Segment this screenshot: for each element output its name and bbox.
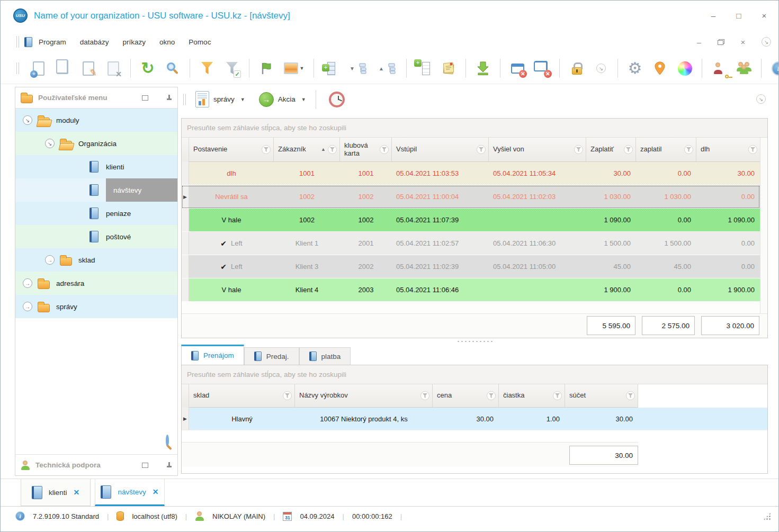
column-header-nazvy-vyrobkov[interactable]: Názvy výrobkov bbox=[295, 384, 433, 408]
clock-icon[interactable] bbox=[329, 92, 345, 107]
expand-tree-button[interactable]: ▲ bbox=[374, 57, 400, 79]
filter-icon[interactable] bbox=[328, 145, 337, 154]
filter-icon[interactable] bbox=[262, 145, 271, 154]
expand-icon[interactable]: → bbox=[45, 255, 55, 265]
expand-levels-button[interactable]: + bbox=[320, 57, 342, 79]
tab-platba[interactable]: platba bbox=[299, 347, 351, 365]
table-row[interactable]: dlh 1001 1001 05.04.2021 11:03:53 05.04.… bbox=[182, 162, 760, 185]
export-button[interactable] bbox=[472, 57, 494, 79]
image-button[interactable]: ▼ bbox=[281, 57, 307, 79]
filter-icon[interactable] bbox=[574, 145, 583, 154]
support-panel-header[interactable]: Technická podpora bbox=[15, 454, 177, 475]
overflow-chevron-icon[interactable]: ↘ bbox=[762, 37, 771, 47]
table-row[interactable]: ✔Left Klient 1 2001 05.04.2021 11:02:57 … bbox=[182, 232, 760, 255]
filter-icon[interactable] bbox=[283, 391, 292, 400]
tree-item-klienti[interactable]: klienti bbox=[15, 155, 177, 178]
tree-item-organizacia[interactable]: ↘ Organizácia bbox=[15, 132, 177, 155]
pin-icon[interactable] bbox=[166, 95, 172, 101]
toolbar-grip[interactable] bbox=[16, 62, 19, 74]
filter-icon[interactable] bbox=[553, 391, 562, 400]
doc-tab-klienti[interactable]: klienti ✕ bbox=[21, 479, 91, 506]
vertical-scrollbar[interactable] bbox=[760, 138, 767, 313]
column-header-sklad[interactable]: sklad bbox=[189, 384, 295, 408]
close-tab-icon[interactable]: ✕ bbox=[153, 488, 159, 496]
column-header-postavenie[interactable]: Postavenie bbox=[189, 138, 274, 162]
toolbar-grip[interactable] bbox=[183, 94, 186, 105]
maximize-button[interactable]: □ bbox=[734, 11, 744, 20]
chevron-down-icon[interactable]: ▼ bbox=[301, 97, 306, 102]
filter-icon[interactable] bbox=[380, 145, 389, 154]
chevron-down-icon[interactable]: ▼ bbox=[240, 97, 245, 102]
mdi-close-button[interactable]: × bbox=[738, 38, 748, 47]
column-header-vysiel-von[interactable]: Vyšiel von bbox=[489, 138, 586, 162]
notes-button[interactable] bbox=[438, 57, 459, 79]
table-row-selected[interactable]: ▶ Nevrátil sa 1002 1002 05.04.2021 11:00… bbox=[182, 185, 760, 209]
mdi-minimize-button[interactable]: – bbox=[694, 38, 704, 47]
tab-predaj[interactable]: Predaj. bbox=[244, 347, 299, 365]
column-header-cena[interactable]: cena bbox=[433, 384, 499, 408]
overflow-chevron-icon[interactable]: ↘ bbox=[596, 64, 606, 73]
lock-button[interactable] bbox=[566, 57, 587, 79]
minimize-button[interactable]: – bbox=[709, 11, 718, 20]
action-arrow-icon[interactable]: → bbox=[259, 92, 274, 107]
filter-icon[interactable] bbox=[748, 145, 757, 154]
float-panel-icon[interactable] bbox=[142, 95, 148, 101]
filter-button[interactable] bbox=[196, 57, 218, 79]
table-row-selected[interactable]: ▶ Hlavný 10067 Niektorý produkt 4, ks 30… bbox=[182, 408, 767, 430]
reports-dropdown[interactable]: správy bbox=[213, 95, 235, 103]
search-button[interactable] bbox=[162, 57, 183, 79]
menu-databazy[interactable]: databázy bbox=[80, 38, 109, 46]
menu-prikazy[interactable]: príkazy bbox=[123, 38, 146, 46]
column-header-zakaznik[interactable]: Zákazník▲ bbox=[274, 138, 340, 162]
column-header-zaplatil[interactable]: zaplatil bbox=[636, 138, 696, 162]
menu-pomoc[interactable]: Pomoc bbox=[189, 38, 211, 46]
overflow-chevron-icon[interactable]: ↘ bbox=[756, 94, 766, 104]
filter-apply-button[interactable]: ✓ bbox=[221, 57, 243, 79]
flag-button[interactable] bbox=[256, 57, 277, 79]
column-header-zaplatit[interactable]: Zaplatiť bbox=[586, 138, 636, 162]
tab-prenajom[interactable]: Prenájom bbox=[181, 345, 244, 365]
tree-item-spravy[interactable]: → správy bbox=[15, 295, 177, 318]
column-header-klubova-karta[interactable]: klubová karta bbox=[340, 138, 392, 162]
collapse-icon[interactable]: ↘ bbox=[23, 115, 32, 125]
table-row[interactable]: ✔Left Klient 3 2002 05.04.2021 11:02:39 … bbox=[182, 255, 760, 278]
expand-icon[interactable]: → bbox=[23, 302, 32, 311]
panel-splitter[interactable] bbox=[181, 338, 769, 345]
tree-item-peniaze[interactable]: peniaze bbox=[15, 202, 177, 225]
tree-item-navstevy-selected[interactable]: návštevy bbox=[15, 178, 177, 202]
filter-icon[interactable] bbox=[624, 145, 633, 154]
expand-icon[interactable]: → bbox=[23, 278, 32, 288]
column-header-ciastka[interactable]: čiastka bbox=[499, 384, 565, 408]
copy-record-button[interactable] bbox=[53, 57, 74, 79]
action-dropdown[interactable]: Akcia bbox=[278, 95, 296, 103]
groupby-bar[interactable]: Presuňte sem záhlavie stĺpca, aby ste ho… bbox=[182, 365, 767, 384]
collapse-tree-button[interactable]: ▼ bbox=[345, 57, 371, 79]
delete-record-button[interactable]: ✕ bbox=[103, 57, 124, 79]
resize-grip[interactable] bbox=[763, 512, 771, 520]
tree-item-postove[interactable]: poštové bbox=[15, 225, 177, 248]
tree-item-sklad[interactable]: → sklad bbox=[15, 248, 177, 272]
filter-icon[interactable] bbox=[477, 145, 486, 154]
close-tab-icon[interactable]: ✕ bbox=[73, 488, 79, 497]
collapse-icon[interactable]: ↘ bbox=[45, 139, 55, 148]
settings-button[interactable]: ⚙ bbox=[624, 57, 646, 79]
filter-icon[interactable] bbox=[420, 391, 429, 400]
users-button[interactable] bbox=[733, 57, 755, 79]
edit-record-button[interactable]: ✎ bbox=[78, 57, 99, 79]
filter-icon[interactable] bbox=[684, 145, 693, 154]
add-record-button[interactable]: + bbox=[28, 57, 49, 79]
add-column-button[interactable]: + bbox=[413, 57, 434, 79]
tree-item-adresara[interactable]: → adresára bbox=[15, 272, 177, 295]
table-row[interactable]: V hale 1002 1002 05.04.2021 11:07:39 1 0… bbox=[182, 209, 760, 232]
groupby-bar[interactable]: Presuňte sem záhlavie stĺpca, aby ste ho… bbox=[182, 119, 767, 138]
location-button[interactable] bbox=[649, 57, 670, 79]
column-header-sucet[interactable]: súčet bbox=[565, 384, 638, 408]
tree-item-moduly[interactable]: ↘ moduly bbox=[15, 109, 177, 132]
column-header-vstupil[interactable]: Vstúpil bbox=[392, 138, 489, 162]
close-button[interactable]: × bbox=[759, 11, 769, 20]
table-row[interactable]: V hale Klient 4 2003 05.04.2021 11:06:46… bbox=[182, 278, 760, 302]
colors-button[interactable] bbox=[674, 57, 695, 79]
close-window-button[interactable]: ✕ bbox=[507, 57, 528, 79]
filter-icon[interactable] bbox=[487, 391, 496, 400]
chevron-down-icon[interactable]: ▼ bbox=[300, 66, 305, 71]
